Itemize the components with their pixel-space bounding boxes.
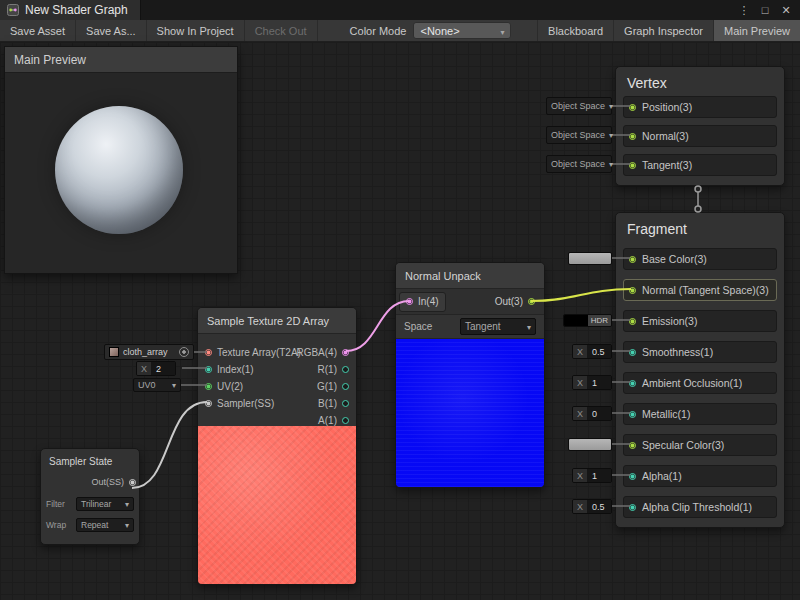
metallic-1-field-value[interactable]: 0 bbox=[587, 407, 611, 420]
sample-output-r-1: R(1) bbox=[318, 361, 349, 377]
out-ss-label: Out(SS) bbox=[91, 477, 124, 487]
a-1-port[interactable] bbox=[342, 417, 349, 424]
sample-texture-2d-array-node[interactable]: Sample Texture 2D Array Texture Array(T2… bbox=[197, 307, 357, 585]
normal-3-port[interactable] bbox=[629, 133, 636, 140]
alpha-1-port[interactable] bbox=[629, 473, 636, 480]
fragment-row-smoothness-1[interactable]: Smoothness(1) bbox=[623, 341, 777, 363]
save-asset-button[interactable]: Save Asset bbox=[0, 20, 76, 41]
vertex-row-position-3[interactable]: Position(3) bbox=[623, 96, 777, 118]
texture-array-t2a-port[interactable] bbox=[205, 349, 212, 356]
fragment-row-specular-color-3[interactable]: Specular Color(3) bbox=[623, 434, 777, 456]
wrap-dropdown-value: Repeat bbox=[81, 520, 108, 530]
emission-3-hdr-field[interactable]: HDR bbox=[563, 314, 612, 327]
sample-output-a-1: A(1) bbox=[318, 412, 349, 428]
ambient-occlusion-1-field[interactable]: X1 bbox=[572, 375, 612, 390]
alpha-1-field[interactable]: X1 bbox=[572, 468, 612, 483]
preview-sphere bbox=[55, 106, 183, 234]
space-label: Space bbox=[404, 321, 432, 332]
metallic-1-field[interactable]: X0 bbox=[572, 406, 612, 421]
fragment-node[interactable]: Fragment Base Color(3)Normal (Tangent Sp… bbox=[615, 212, 785, 528]
emission-3-port[interactable] bbox=[629, 318, 636, 325]
sample-port-label: Index(1) bbox=[217, 364, 254, 375]
smoothness-1-field-value[interactable]: 0.5 bbox=[587, 345, 611, 358]
unpack-out-slot: Out(3) bbox=[489, 292, 541, 312]
vertex-row-normal-3[interactable]: Normal(3) bbox=[623, 125, 777, 147]
object-space-dropdown-value: Object Space bbox=[551, 130, 605, 140]
uv-2-port[interactable] bbox=[205, 383, 212, 390]
index-field-value[interactable]: 2 bbox=[151, 362, 175, 375]
sample-output-g-1: G(1) bbox=[317, 378, 349, 394]
g-1-port[interactable] bbox=[342, 383, 349, 390]
smoothness-1-port[interactable] bbox=[629, 349, 636, 356]
in-port[interactable] bbox=[406, 298, 413, 305]
fragment-row-metallic-1[interactable]: Metallic(1) bbox=[623, 403, 777, 425]
metallic-1-port[interactable] bbox=[629, 411, 636, 418]
sample-port-label: G(1) bbox=[317, 381, 337, 392]
object-space-dropdown[interactable]: Object Space bbox=[546, 155, 612, 173]
titlebar: New Shader Graph ⋮ □ ✕ bbox=[0, 0, 800, 20]
r-1-port[interactable] bbox=[342, 366, 349, 373]
tangent-3-port[interactable] bbox=[629, 162, 636, 169]
smoothness-1-field-axis-label: X bbox=[573, 345, 587, 358]
unity-shader-graph-window: New Shader Graph ⋮ □ ✕ Save Asset Save A… bbox=[0, 0, 800, 600]
base-color-3-color-swatch[interactable] bbox=[568, 252, 612, 265]
wrap-dropdown[interactable]: Repeat bbox=[76, 518, 134, 532]
fragment-row-alpha-clip-threshold-1[interactable]: Alpha Clip Threshold(1) bbox=[623, 496, 777, 518]
position-3-port[interactable] bbox=[629, 104, 636, 111]
sample-node-header[interactable]: Sample Texture 2D Array bbox=[198, 308, 356, 334]
blackboard-button[interactable]: Blackboard bbox=[537, 20, 613, 41]
index-field[interactable]: X2 bbox=[136, 361, 176, 376]
out-port[interactable] bbox=[528, 298, 535, 305]
maximize-icon[interactable]: □ bbox=[756, 2, 774, 18]
object-space-dropdown[interactable]: Object Space bbox=[546, 126, 612, 144]
filter-dropdown[interactable]: Trilinear bbox=[76, 497, 134, 511]
main-preview-button[interactable]: Main Preview bbox=[713, 20, 800, 41]
out-ss-port[interactable] bbox=[129, 479, 136, 486]
fragment-row-normal-tangent-space-3[interactable]: Normal (Tangent Space)(3) bbox=[623, 279, 777, 301]
graph-canvas[interactable]: Main Preview Vertex Position(3)Normal(3)… bbox=[0, 42, 800, 600]
specular-color-3-port[interactable] bbox=[629, 442, 636, 449]
window-tab[interactable]: New Shader Graph bbox=[0, 0, 141, 20]
unpack-node-header[interactable]: Normal Unpack bbox=[396, 263, 544, 289]
save-as-button[interactable]: Save As... bbox=[76, 20, 147, 41]
close-icon[interactable]: ✕ bbox=[777, 2, 795, 18]
alpha-clip-threshold-1-field-value[interactable]: 0.5 bbox=[587, 500, 611, 513]
texture-array-object-field[interactable]: cloth_array bbox=[104, 344, 194, 360]
main-preview-panel[interactable]: Main Preview bbox=[4, 46, 238, 274]
normal-tangent-space-3-port[interactable] bbox=[629, 287, 636, 294]
show-in-project-button[interactable]: Show In Project bbox=[147, 20, 245, 41]
sample-input-index-1: Index(1) bbox=[205, 361, 254, 377]
wire-samplerstate-to-sampler bbox=[132, 402, 207, 488]
space-dropdown[interactable]: Tangent bbox=[460, 318, 536, 335]
fragment-row-alpha-1[interactable]: Alpha(1) bbox=[623, 465, 777, 487]
uv-channel-dropdown[interactable]: UV0 bbox=[133, 378, 181, 392]
texture-array-name: cloth_array bbox=[123, 347, 168, 357]
normal-unpack-node[interactable]: Normal Unpack In(4) Out(3) Space Tangent bbox=[395, 262, 545, 488]
chevron-down-icon bbox=[500, 25, 504, 37]
ambient-occlusion-1-port[interactable] bbox=[629, 380, 636, 387]
vertex-row-tangent-3[interactable]: Tangent(3) bbox=[623, 154, 777, 176]
specular-color-3-color-swatch[interactable] bbox=[568, 438, 612, 451]
rgba-4-port[interactable] bbox=[342, 349, 349, 356]
object-space-dropdown[interactable]: Object Space bbox=[546, 97, 612, 115]
sampler-ss-port[interactable] bbox=[205, 400, 212, 407]
ambient-occlusion-1-field-value[interactable]: 1 bbox=[587, 376, 611, 389]
main-preview-header[interactable]: Main Preview bbox=[5, 47, 237, 73]
object-picker-icon[interactable] bbox=[179, 347, 189, 357]
index-1-port[interactable] bbox=[205, 366, 212, 373]
base-color-3-port[interactable] bbox=[629, 256, 636, 263]
graph-inspector-button[interactable]: Graph Inspector bbox=[613, 20, 713, 41]
b-1-port[interactable] bbox=[342, 400, 349, 407]
fragment-row-emission-3[interactable]: Emission(3) bbox=[623, 310, 777, 332]
alpha-clip-threshold-1-field[interactable]: X0.5 bbox=[572, 499, 612, 514]
sampler-state-node[interactable]: Sampler State Out(SS) Filter Trilinear W… bbox=[40, 448, 140, 545]
smoothness-1-field[interactable]: X0.5 bbox=[572, 344, 612, 359]
color-mode-dropdown[interactable]: <None> bbox=[413, 22, 511, 39]
alpha-1-field-value[interactable]: 1 bbox=[587, 469, 611, 482]
menu-icon[interactable]: ⋮ bbox=[735, 2, 753, 18]
fragment-row-base-color-3[interactable]: Base Color(3) bbox=[623, 248, 777, 270]
vertex-row-label: Position(3) bbox=[642, 101, 692, 113]
vertex-node[interactable]: Vertex Position(3)Normal(3)Tangent(3) bbox=[615, 66, 785, 186]
alpha-clip-threshold-1-port[interactable] bbox=[629, 504, 636, 511]
fragment-row-ambient-occlusion-1[interactable]: Ambient Occlusion(1) bbox=[623, 372, 777, 394]
